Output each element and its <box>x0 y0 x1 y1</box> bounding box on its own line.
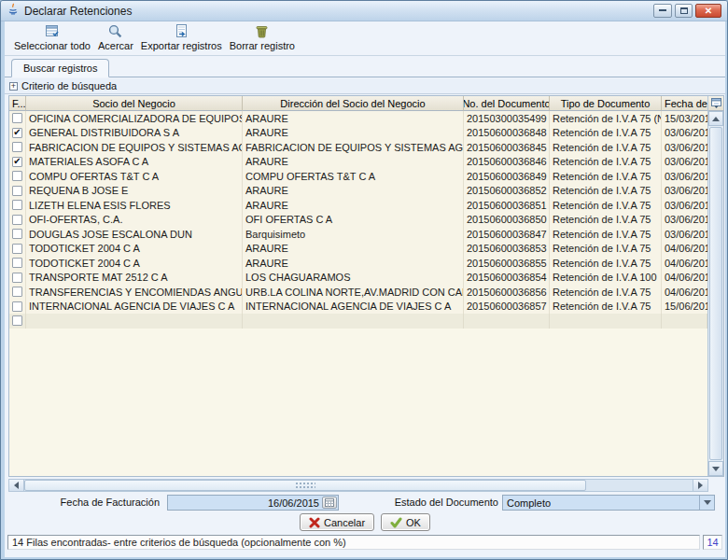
col-header-documento[interactable]: No. del Documento <box>464 96 550 111</box>
ok-button-label: OK <box>406 517 421 528</box>
row-checkbox[interactable] <box>12 244 22 254</box>
horizontal-scroll-track[interactable] <box>586 480 693 491</box>
ok-button[interactable]: OK <box>381 513 430 531</box>
close-button[interactable]: ✕ <box>695 4 721 18</box>
cell-tipo: Retención de I.V.A 75 (N/C) <box>550 111 662 126</box>
row-checkbox-cell <box>9 111 26 126</box>
cell-fecha: 03/06/2015 <box>662 126 707 141</box>
row-checkbox[interactable] <box>12 258 22 268</box>
estado-documento-combobox[interactable]: Completo <box>502 495 715 511</box>
table-row[interactable]: TRANSFERENCIAS Y ENCOMIENDAS ANGULO LO..… <box>9 285 707 300</box>
table-row[interactable]: OFI-OFERTAS, C.A. OFI OFERTAS C A 201506… <box>9 213 707 228</box>
cell-tipo: Retención de I.V.A 75 <box>550 227 662 242</box>
calendar-icon <box>325 498 334 507</box>
row-checkbox[interactable] <box>12 113 22 123</box>
table-row[interactable]: COMPU OFERTAS T&T C A COMPU OFERTAS T&T … <box>9 169 707 184</box>
thumb-gripper <box>295 482 315 489</box>
calendar-button[interactable] <box>322 497 337 509</box>
table-row[interactable]: TODOTICKET 2004 C A ARAURE 2015060003685… <box>9 256 707 271</box>
cell-tipo: Retención de I.V.A 75 <box>550 285 662 300</box>
vertical-scrollbar[interactable] <box>707 96 723 476</box>
cell-socio: TRANSPORTE MAT 2512 C A <box>26 271 243 286</box>
status-row-count: 14 <box>703 535 722 550</box>
ok-check-icon <box>390 517 402 528</box>
table-row[interactable]: LIZETH ELENA ESIS FLORES ARAURE 20150600… <box>9 198 707 213</box>
table-row[interactable]: TODOTICKET 2004 C A ARAURE 2015060003685… <box>9 242 707 257</box>
maximize-icon <box>680 7 688 14</box>
cell-fecha: 03/06/2015 <box>662 169 707 184</box>
scroll-right-button[interactable] <box>693 480 707 491</box>
cell-documento: 20150600036850 <box>464 213 550 228</box>
col-header-fecha[interactable]: Fecha de <box>662 96 707 111</box>
vertical-scroll-thumb[interactable] <box>709 127 722 460</box>
table-row[interactable]: INTERNACIONAL AGENCIA DE VIAJES C A INTE… <box>9 300 707 315</box>
cell-documento: 20150600036849 <box>464 169 550 184</box>
row-checkbox[interactable] <box>12 215 22 225</box>
row-checkbox[interactable] <box>12 171 22 181</box>
row-checkbox-cell <box>9 285 26 300</box>
table-empty-area <box>9 329 707 477</box>
scroll-down-button[interactable] <box>708 461 723 476</box>
cell-fecha: 04/06/2015 <box>662 242 707 257</box>
fecha-facturacion-value[interactable]: 16/06/2015 <box>168 497 322 509</box>
row-checkbox-cell <box>9 126 26 141</box>
row-checkbox[interactable] <box>12 287 22 297</box>
table-row[interactable]: TRANSPORTE MAT 2512 C A LOS CHAGUARAMOS … <box>9 271 707 286</box>
cell-socio: COMPU OFERTAS T&T C A <box>26 169 243 184</box>
scroll-up-button[interactable] <box>708 111 723 126</box>
row-checkbox[interactable] <box>12 157 22 167</box>
window-controls: ✕ <box>653 4 721 18</box>
row-checkbox[interactable] <box>12 128 22 138</box>
cell-socio: TODOTICKET 2004 C A <box>26 242 243 257</box>
cancel-button[interactable]: Cancelar <box>300 513 374 531</box>
horizontal-scrollbar[interactable] <box>8 479 708 492</box>
row-checkbox[interactable] <box>12 200 22 210</box>
status-message: 14 Filas encontradas- entre criterios de… <box>7 535 700 550</box>
row-checkbox[interactable] <box>12 315 22 326</box>
export-button[interactable]: Exportar registros <box>137 23 226 51</box>
row-checkbox[interactable] <box>12 186 22 196</box>
select-all-button[interactable]: Seleccionar todo <box>10 23 94 51</box>
col-header-check[interactable]: F... <box>9 96 26 111</box>
row-checkbox[interactable] <box>12 301 22 312</box>
table-row[interactable]: REQUENA B JOSE E ARAURE 20150600036852 R… <box>9 184 707 199</box>
column-chooser-button[interactable] <box>708 96 723 111</box>
row-checkbox[interactable] <box>12 273 22 283</box>
row-checkbox-cell <box>9 256 26 271</box>
table-row[interactable]: OFICINA COMERCIALIZADORA DE EQUIPOS DIES… <box>9 111 707 126</box>
cell-fecha: 03/06/2015 <box>662 198 707 213</box>
cell-tipo: Retención de I.V.A 75 <box>550 126 662 141</box>
minimize-icon <box>659 8 666 11</box>
combo-dropdown-button[interactable] <box>699 496 714 510</box>
table-row[interactable]: FABRICACION DE EQUIPOS Y SISTEMAS AGRO I… <box>9 140 707 155</box>
minimize-button[interactable] <box>653 4 672 18</box>
table-row[interactable]: MATERIALES ASOFA C A ARAURE 201506000368… <box>9 155 707 170</box>
cell-socio: GENERAL DISTRIBUIDORA S A <box>26 126 243 141</box>
expand-plus-icon[interactable]: + <box>9 82 18 91</box>
search-criteria-header[interactable]: + Criterio de búsqueda <box>5 78 725 94</box>
row-checkbox[interactable] <box>12 142 22 152</box>
scroll-left-button[interactable] <box>9 480 24 491</box>
tool-label: Exportar registros <box>141 40 222 51</box>
table-row[interactable]: DOUGLAS JOSE ESCALONA DUN Barquisimeto 2… <box>9 227 707 242</box>
search-criteria-label: Criterio de búsqueda <box>21 80 117 91</box>
row-checkbox[interactable] <box>12 229 22 239</box>
vertical-scroll-track[interactable] <box>708 126 723 461</box>
table-row[interactable]: GENERAL DISTRIBUIDORA S A ARAURE 2015060… <box>9 126 707 141</box>
col-header-direccion[interactable]: Dirección del Socio del Negocio <box>243 96 464 111</box>
tab-buscar-registros[interactable]: Buscar registros <box>11 59 109 77</box>
maximize-button[interactable] <box>675 4 693 18</box>
cell-documento: 20150600036852 <box>464 184 550 199</box>
cell-tipo: Retención de I.V.A 75 <box>550 169 662 184</box>
zoom-button[interactable]: Acercar <box>94 23 137 51</box>
fecha-facturacion-field[interactable]: 16/06/2015 <box>167 495 339 511</box>
estado-documento-label: Estado del Documento <box>341 497 498 508</box>
chevron-down-icon <box>704 500 711 505</box>
row-checkbox-cell <box>9 300 26 315</box>
horizontal-scroll-thumb[interactable] <box>24 480 586 491</box>
col-header-tipo[interactable]: Tipo de Documento <box>550 96 662 111</box>
delete-button[interactable]: Borrar registro <box>226 23 299 51</box>
cell-direccion: ARAURE <box>243 184 464 199</box>
col-header-socio[interactable]: Socio del Negocio <box>26 96 243 111</box>
select-all-icon <box>44 23 60 40</box>
